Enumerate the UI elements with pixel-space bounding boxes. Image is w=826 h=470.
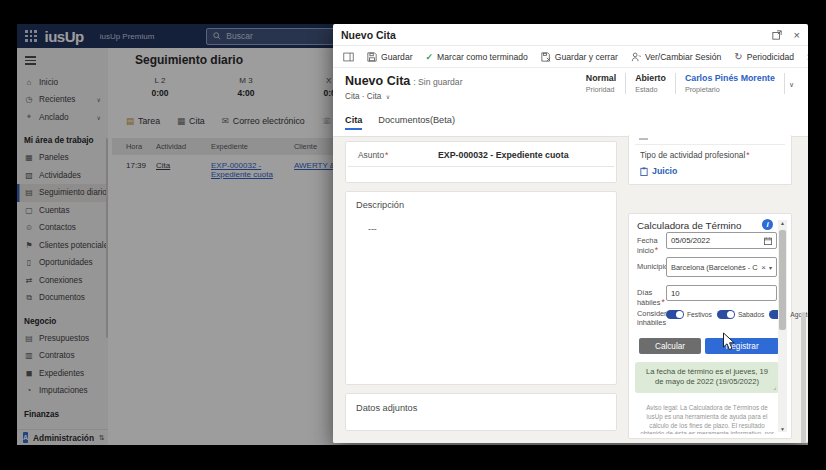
considerar-label: Considerar inhábiles [637, 309, 665, 328]
side-pane-button[interactable] [343, 52, 354, 62]
popout-icon[interactable] [772, 30, 782, 40]
calendar-icon[interactable] [764, 237, 772, 245]
tab-documentos[interactable]: Documentos(Beta) [378, 115, 455, 130]
unsaved-label: : Sin guardar [413, 77, 462, 87]
resize-handle-icon[interactable]: ⌟ [773, 383, 776, 391]
fecha-inicio-input[interactable] [666, 232, 777, 249]
screen: iusUp iusUp Premium Buscar ⌂ Inicio ◷ Re… [0, 0, 826, 470]
record-title: Nuevo Cita: Sin guardar [345, 74, 463, 88]
save-icon [367, 52, 377, 62]
asunto-label: Asunto* [358, 150, 432, 160]
calcular-button[interactable]: Calcular [639, 338, 701, 354]
record-header: Nuevo Cita: Sin guardar Cita · Cita ∨ No… [333, 68, 808, 108]
calculadora-scrollbar[interactable]: ▲ ▼ [778, 220, 787, 432]
calculadora-title: Calculadora de Término [637, 220, 741, 231]
dialog-title: Nuevo Cita [341, 29, 396, 41]
dialog-body: Asunto* EXP-000032 - Expediente cuota De… [333, 136, 808, 443]
flow-button[interactable]: ≫ Flujo ∨ [807, 52, 808, 62]
clipboard-icon [640, 167, 648, 176]
owner-field[interactable]: Carlos Pinés Morente Propietario [676, 73, 785, 94]
scroll-down-icon[interactable]: ▼ [778, 426, 787, 432]
dialog-scrollbar[interactable] [801, 237, 806, 443]
priority-field[interactable]: Normal Prioridad [577, 73, 626, 94]
nuevo-cita-dialog: Nuevo Cita × Guardar ✓ Marcar como termi… [333, 24, 808, 443]
required-mark: * [385, 150, 388, 160]
dias-habiles-input[interactable] [666, 285, 777, 301]
tipo-actividad-label: Tipo de actividad profesional* [640, 150, 750, 160]
tipo-actividad-value[interactable]: Juicio [640, 166, 677, 176]
tab-cita[interactable]: Cita [345, 115, 362, 130]
mark-complete-button[interactable]: ✓ Marcar como terminado [426, 52, 528, 62]
calculadora-card: Calculadora de Término i Fecha inicio* M… [628, 213, 792, 439]
check-icon: ✓ [426, 52, 434, 62]
sabados-toggle[interactable] [717, 310, 735, 319]
recurrence-button[interactable]: ↻ Periodicidad [734, 51, 794, 62]
scroll-up-icon[interactable]: ▲ [778, 220, 787, 226]
chevron-down-icon[interactable]: ∨ [789, 81, 794, 89]
clipped-field-remnant [639, 138, 648, 140]
recurrence-icon: ↻ [734, 51, 742, 62]
close-icon[interactable]: × [794, 29, 800, 41]
municipio-label: Municipio* [637, 261, 667, 272]
save-button[interactable]: Guardar [367, 52, 413, 62]
dialog-tabs: Cita Documentos(Beta) [333, 108, 808, 130]
asunto-value: EXP-000032 - Expediente cuota [438, 150, 569, 160]
fecha-inicio-label: Fecha inicio* [637, 236, 667, 256]
dropdown-icon[interactable]: ▾ [769, 264, 772, 271]
tipo-actividad-card: Tipo de actividad profesional* Juicio [628, 135, 792, 185]
scrollbar-thumb[interactable] [779, 230, 786, 330]
dias-habiles-label: Días hábiles* [637, 288, 667, 308]
side-pane-icon [343, 52, 354, 62]
aviso-legal: Aviso legal: La Calculadora de Términos … [639, 404, 775, 434]
record-subtitle[interactable]: Cita · Cita ∨ [345, 92, 390, 101]
flow-icon: ≫ [807, 52, 808, 62]
info-icon[interactable]: i [762, 219, 773, 230]
descripcion-card: Descripción --- [345, 191, 617, 385]
chevron-down-icon: ∨ [386, 94, 390, 100]
asunto-field[interactable]: Asunto* EXP-000032 - Expediente cuota [348, 142, 614, 167]
session-user-icon [631, 52, 641, 62]
festivos-toggle[interactable] [666, 310, 684, 319]
datos-adjuntos-label: Datos adjuntos [356, 403, 417, 413]
save-and-close-button[interactable]: Guardar y cerrar [541, 52, 618, 62]
status-field[interactable]: Abierto Estado [626, 73, 676, 94]
save-close-icon [541, 52, 551, 62]
change-session-button[interactable]: Ver/Cambiar Sesión [631, 52, 721, 62]
dialog-toolbar: Guardar ✓ Marcar como terminado Guardar … [333, 46, 808, 68]
descripcion-label: Descripción [356, 200, 404, 210]
clear-icon[interactable]: × [761, 263, 766, 272]
record-stats: Normal Prioridad Abierto Estado Carlos P… [577, 73, 794, 94]
asunto-card: Asunto* EXP-000032 - Expediente cuota [345, 141, 617, 183]
descripcion-value[interactable]: --- [368, 224, 377, 234]
registrar-button[interactable]: Registrar [705, 338, 779, 354]
datos-adjuntos-card: Datos adjuntos [345, 393, 617, 431]
municipio-select[interactable]: Barcelona (Barcelonès - Cat... × ▾ [666, 257, 777, 277]
dialog-titlebar: Nuevo Cita × [333, 24, 808, 46]
resultado-box: La fecha de término es el jueves, 19 de … [635, 362, 779, 393]
